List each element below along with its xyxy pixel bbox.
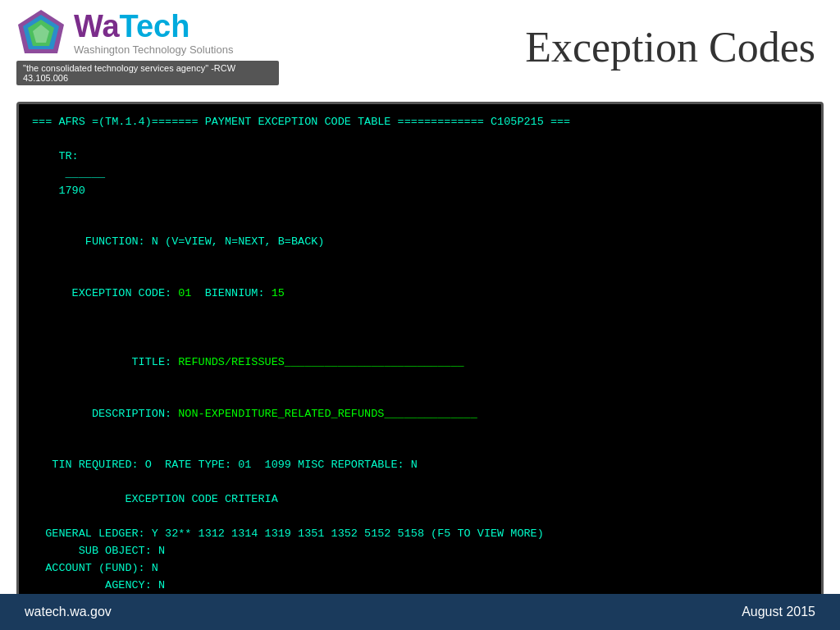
logo-wa-text: Wa [74,9,120,43]
terminal-blank-3 [32,320,808,337]
terminal-blank-6 [32,509,808,526]
logo-text-area: WaTech Washington Technology Solutions [74,11,233,56]
terminal-screen: === AFRS =(TM.1.4)======= PAYMENT EXCEPT… [16,102,824,630]
footer: watech.wa.gov August 2015 [0,594,840,630]
terminal-sub-object-line: SUB OBJECT: N [32,543,808,560]
terminal-tin-line: TIN REQUIRED: O RATE TYPE: 01 1099 MISC … [32,457,808,474]
terminal-title-line: TITLE: REFUNDS/REISSUES_________________… [32,337,808,389]
terminal-gl-line: GENERAL LEDGER: Y 32** 1312 1314 1319 13… [32,526,808,543]
tr-right: 1790 [58,185,84,197]
tr-value: ______ [58,167,570,180]
terminal-blank-1 [32,217,808,235]
terminal-line-tr: TR: ______ 1790 [32,131,808,217]
terminal-blank-4 [32,441,808,458]
logo-area: WaTech Washington Technology Solutions "… [16,8,279,85]
terminal-function-line: FUNCTION: N (V=VIEW, N=NEXT, B=BACK) [32,234,808,251]
header: WaTech Washington Technology Solutions "… [0,0,840,94]
logo-tech-text: Tech [120,9,190,43]
logo-subtitle: Washington Technology Solutions [74,43,233,56]
terminal-exception-code-line: EXCEPTION CODE: 01 BIENNIUM: 15 [32,268,808,320]
footer-right: August 2015 [742,605,815,619]
tr-label: TR: [58,150,78,162]
terminal-blank-5 [32,474,808,491]
exception-code-label: EXCEPTION CODE: [58,287,178,299]
page-title: Exception Codes [525,23,815,71]
terminal-line-header: === AFRS =(TM.1.4)======= PAYMENT EXCEPT… [32,114,808,131]
terminal-account-line: ACCOUNT (FUND): N [32,560,808,578]
desc-value: NON-EXPENDITURE_RELATED_REFUNDS_________… [178,408,477,420]
terminal-agency-line: AGENCY: N [32,578,808,595]
logo-main: WaTech Washington Technology Solutions [16,8,279,57]
watech-logo-icon [16,8,66,57]
footer-left: watech.wa.gov [25,605,112,619]
terminal-desc-line: DESCRIPTION: NON-EXPENDITURE_RELATED_REF… [32,389,808,441]
biennium-label: BIENNIUM: [191,287,271,299]
logo-tagline: "the consolidated technology services ag… [16,61,279,85]
terminal-criteria-heading: EXCEPTION CODE CRITERIA [32,491,808,509]
title-label: TITLE: [58,356,178,368]
desc-label: DESCRIPTION: [58,408,178,420]
terminal-blank-2 [32,251,808,268]
biennium-value: 15 [272,287,285,299]
title-value: REFUNDS/REISSUES________________________… [178,356,463,368]
logo-watech-text: WaTech [74,11,233,42]
exception-code-value: 01 [178,287,191,299]
